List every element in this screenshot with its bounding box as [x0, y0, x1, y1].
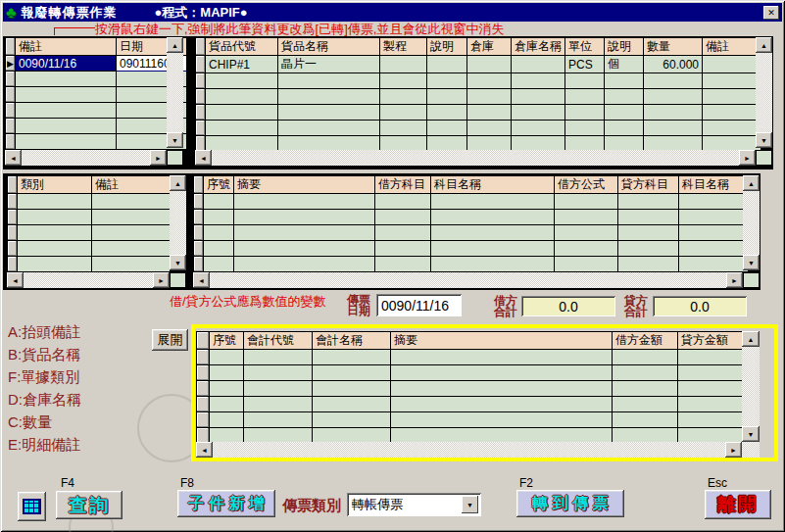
- cell[interactable]: [467, 105, 512, 121]
- cell[interactable]: [613, 397, 678, 412]
- cell[interactable]: [210, 365, 244, 381]
- cell[interactable]: [18, 194, 92, 210]
- cell[interactable]: [375, 210, 431, 225]
- column-header[interactable]: 科目名稱: [431, 176, 555, 194]
- remark-date-grid[interactable]: 備註日期▶0090/11/160901116000: [5, 37, 187, 150]
- cell[interactable]: [467, 56, 512, 73]
- column-header[interactable]: 說明: [427, 38, 467, 56]
- cell[interactable]: [512, 73, 565, 89]
- cell[interactable]: [391, 365, 613, 381]
- cell[interactable]: [244, 365, 313, 381]
- scroll-right-icon[interactable]: ►: [150, 150, 167, 166]
- cell[interactable]: [391, 381, 613, 397]
- column-header[interactable]: 備註: [16, 38, 117, 56]
- cell[interactable]: [512, 121, 565, 136]
- cell[interactable]: [565, 73, 605, 89]
- voucher-grid-vscrollbar[interactable]: ▲ ▼: [742, 331, 760, 442]
- column-header[interactable]: 序號: [204, 176, 234, 194]
- cell[interactable]: [278, 73, 380, 89]
- cell[interactable]: [210, 412, 244, 428]
- cell[interactable]: [431, 241, 555, 257]
- cell[interactable]: [204, 225, 234, 241]
- row-selector[interactable]: [194, 210, 204, 225]
- scroll-down-icon[interactable]: ▼: [167, 132, 183, 148]
- scroll-up-icon[interactable]: ▲: [756, 37, 772, 53]
- cell[interactable]: [375, 225, 431, 241]
- column-header[interactable]: 序號: [210, 332, 244, 350]
- cell[interactable]: [375, 257, 431, 272]
- cell[interactable]: 60.000: [644, 56, 703, 73]
- row-selector[interactable]: [196, 73, 206, 89]
- cell[interactable]: [679, 194, 749, 210]
- cell[interactable]: [703, 89, 761, 105]
- cell[interactable]: [467, 73, 512, 89]
- column-header[interactable]: 備註: [92, 176, 171, 194]
- cell[interactable]: [565, 89, 605, 105]
- row-selector[interactable]: [194, 194, 204, 210]
- cell[interactable]: [234, 241, 375, 257]
- cell[interactable]: [16, 72, 117, 87]
- cell[interactable]: [380, 56, 427, 73]
- cell[interactable]: [313, 397, 391, 412]
- column-header[interactable]: 貨品代號: [206, 38, 278, 56]
- voucher-entry-grid[interactable]: 序號會計代號會計名稱摘要借方金額貸方金額: [196, 331, 743, 444]
- column-header[interactable]: 數量: [644, 38, 703, 56]
- query-button[interactable]: 查詢: [56, 491, 123, 519]
- cell[interactable]: [605, 105, 644, 121]
- cell[interactable]: [605, 89, 644, 105]
- row-selector[interactable]: [8, 210, 18, 225]
- cell[interactable]: [512, 89, 565, 105]
- cell[interactable]: [18, 257, 92, 272]
- scroll-down-icon[interactable]: ▼: [743, 255, 760, 270]
- scroll-left-icon[interactable]: ◄: [5, 150, 22, 166]
- row-selector[interactable]: [196, 89, 206, 105]
- cell[interactable]: [613, 412, 678, 428]
- cell[interactable]: [210, 350, 244, 365]
- column-header[interactable]: 借方科目: [375, 176, 431, 194]
- cell[interactable]: [618, 241, 679, 257]
- exit-button[interactable]: 離開: [705, 490, 771, 519]
- column-header[interactable]: 貸方金額: [678, 332, 743, 350]
- cell[interactable]: [92, 210, 171, 225]
- cell[interactable]: [703, 56, 761, 73]
- scroll-down-icon[interactable]: ▼: [170, 255, 186, 270]
- row-selector[interactable]: [197, 365, 210, 381]
- cell[interactable]: [206, 73, 278, 89]
- cell[interactable]: [644, 89, 703, 105]
- voucher-date-input[interactable]: 0090/11/16: [376, 294, 462, 316]
- cell[interactable]: [18, 241, 92, 257]
- cell[interactable]: [391, 350, 613, 365]
- column-header[interactable]: 單位: [565, 38, 605, 56]
- row-selector[interactable]: [197, 397, 210, 412]
- cell[interactable]: [467, 121, 512, 136]
- product-detail-grid[interactable]: 貨品代號貨品名稱製程說明倉庫倉庫名稱單位說明數量備註CHIP#1晶片一PCS個6…: [195, 37, 761, 152]
- row-selector[interactable]: [197, 381, 210, 397]
- scroll-right-icon[interactable]: ►: [153, 272, 170, 288]
- scroll-right-icon[interactable]: ►: [725, 442, 742, 458]
- cell[interactable]: [204, 241, 234, 257]
- row-selector[interactable]: ▶: [6, 56, 16, 72]
- scroll-left-icon[interactable]: ◄: [193, 272, 210, 288]
- cell[interactable]: [605, 73, 644, 89]
- cell[interactable]: [244, 381, 313, 397]
- row-selector[interactable]: [197, 350, 210, 365]
- row-selector[interactable]: [6, 119, 16, 134]
- cell[interactable]: [555, 210, 618, 225]
- cell[interactable]: [703, 121, 761, 136]
- cell[interactable]: [703, 73, 761, 89]
- category-remark-grid[interactable]: 類別備註: [7, 175, 171, 272]
- cell[interactable]: [467, 89, 512, 105]
- cell[interactable]: [613, 365, 678, 381]
- row-selector[interactable]: [8, 225, 18, 241]
- row-selector[interactable]: [194, 241, 204, 257]
- scroll-down-icon[interactable]: ▼: [756, 132, 772, 148]
- cell[interactable]: [244, 412, 313, 428]
- cell[interactable]: [204, 194, 234, 210]
- cell[interactable]: [278, 89, 380, 105]
- cell[interactable]: [16, 134, 117, 150]
- column-header[interactable]: 借方金額: [613, 332, 678, 350]
- cell[interactable]: [644, 105, 703, 121]
- remark-grid-vscrollbar[interactable]: ▲ ▼: [167, 37, 183, 148]
- row-selector[interactable]: [194, 225, 204, 241]
- scroll-left-icon[interactable]: ◄: [195, 150, 212, 166]
